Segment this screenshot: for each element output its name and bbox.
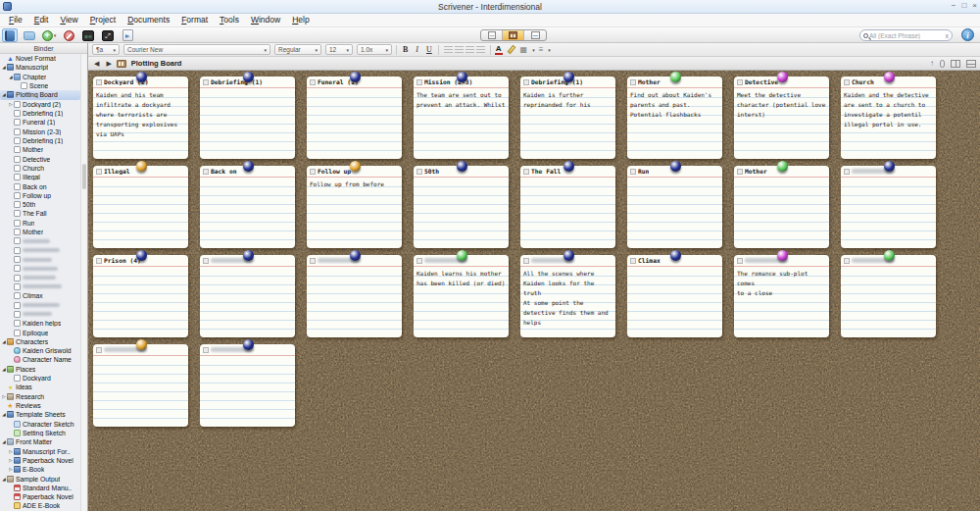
chevron-down-icon[interactable]: ▾ [532,47,535,53]
binder-item-kaiden-helps[interactable]: Kaiden helps [0,319,80,328]
binder-scrollbar-thumb[interactable] [82,164,86,189]
binder-item-50th[interactable]: 50th [0,200,80,209]
index-card-redacted[interactable] [93,344,188,427]
outliner-view-button[interactable] [524,30,546,40]
index-card-run[interactable]: Run [627,166,722,248]
line-spacing-dropdown[interactable]: 1.0x▾ [357,44,392,55]
minimize-button[interactable]: − [952,1,956,10]
italic-button[interactable]: I [414,45,420,54]
index-card-redacted[interactable] [841,166,936,248]
binder-item-research[interactable]: ▷Research [0,392,80,401]
binder-item-mission-2-3[interactable]: Mission (2-3) [0,128,80,136]
index-card-redacted[interactable] [200,255,295,337]
binder-item-manuscript[interactable]: ◢Manuscript [0,63,80,72]
binder-item-scene[interactable]: Scene [0,81,80,90]
index-card-mother[interactable]: MotherFind out about Kaiden's parents an… [627,77,722,159]
binder-toggle-button[interactable] [2,28,18,42]
binder-item-paperback-novel[interactable]: Paperback Novel [0,492,80,501]
card-checkbox-icon[interactable] [523,258,529,264]
binder-item-dockyard[interactable]: Dockyard [0,374,80,383]
index-card-dockyard-2[interactable]: Dockyard (2)Kaiden and his team infiltra… [93,77,188,159]
binder-item-template-sheets[interactable]: ◢Template Sheets [0,410,80,419]
binder-item-characters[interactable]: ◢Characters [0,337,80,346]
binder-item-plotting-board[interactable]: ◢Plotting Board [0,90,80,99]
corkboard-view-button[interactable] [503,30,524,40]
card-checkbox-icon[interactable] [310,169,316,175]
binder-item-epilogue[interactable]: Epilogue [0,328,80,336]
collections-button[interactable] [22,28,37,42]
card-checkbox-icon[interactable] [416,169,422,175]
compose-mode-button[interactable]: o-n [80,28,96,42]
menu-file[interactable]: File [3,14,28,26]
fullscreen-button[interactable]: ⤢ [100,28,116,42]
maximize-button[interactable]: □ [961,1,966,10]
binder-item-debriefing-1[interactable]: Debriefing (1) [0,136,80,145]
binder-item-redacted[interactable] [0,236,80,245]
document-view-button[interactable] [481,30,503,40]
binder-item-follow-up[interactable]: Follow up [0,191,80,200]
card-checkbox-icon[interactable] [630,258,636,264]
card-checkbox-icon[interactable] [523,169,529,175]
binder-item-novel-format[interactable]: ▲Novel Format [0,54,80,63]
align-left-icon[interactable] [444,46,453,54]
list-icon[interactable]: ≡ [539,45,544,54]
binder-item-ade-e-book[interactable]: ADE E-Book [0,501,80,510]
style-dropdown[interactable]: ¶a▾ [92,44,120,55]
binder-item-funeral-1[interactable]: Funeral (1) [0,118,80,127]
font-name-dropdown[interactable]: Courier New▾ [123,44,270,55]
card-checkbox-icon[interactable] [203,347,209,353]
card-checkbox-icon[interactable] [203,169,209,175]
binder-item-paperback-novel[interactable]: ▷Paperback Novel [0,456,80,465]
project-search-box[interactable]: x [859,29,953,41]
binder-item-mother[interactable]: Mother [0,145,80,154]
index-card-debriefing-1[interactable]: Debriefing (1) [200,77,295,159]
menu-project[interactable]: Project [84,14,122,26]
font-color-button[interactable]: A [495,45,503,55]
binder-item-church[interactable]: Church [0,164,80,173]
binder-item-chapter[interactable]: ◢Chapter [0,73,80,81]
card-checkbox-icon[interactable] [737,258,743,264]
lock-pill-icon[interactable] [940,60,945,68]
inspector-info-button[interactable]: i [961,28,974,41]
card-checkbox-icon[interactable] [203,258,209,264]
highlight-pen-icon[interactable] [507,45,515,54]
card-checkbox-icon[interactable] [844,258,850,264]
binder-item-character-name[interactable]: Character Name [0,355,80,364]
binder-item-kaiden-griswold[interactable]: Kaiden Griswold [0,346,80,355]
index-card-redacted[interactable] [307,255,402,337]
index-card-detective[interactable]: DetectiveMeet the detective character (p… [734,77,829,159]
binder-item-detective[interactable]: Detective [0,154,80,163]
index-card-debriefing-1[interactable]: Debriefing (1)Kaiden is further repriman… [520,77,615,159]
card-checkbox-icon[interactable] [630,79,636,85]
menu-view[interactable]: View [54,14,83,26]
trash-button[interactable] [61,28,76,42]
horizontal-split-icon[interactable] [966,60,976,68]
align-right-icon[interactable] [466,46,474,54]
binder-item-front-matter[interactable]: ◢Front Matter [0,437,80,446]
align-center-icon[interactable] [455,46,464,54]
font-variant-dropdown[interactable]: Regular▾ [274,44,321,55]
card-checkbox-icon[interactable] [310,79,316,85]
card-checkbox-icon[interactable] [523,79,529,85]
binder-item-manuscript-for[interactable]: ▷Manuscript For.. [0,446,80,455]
binder-item-redacted[interactable] [0,282,80,291]
binder-item-reviews[interactable]: ★Reviews [0,401,80,410]
index-card-redacted[interactable] [200,344,295,427]
binder-item-ideas[interactable]: ●Ideas [0,383,80,391]
menu-format[interactable]: Format [175,14,214,26]
chevron-down-icon[interactable]: ▾ [548,47,551,53]
binder-item-debriefing-1[interactable]: Debriefing (1) [0,109,80,118]
search-input[interactable] [869,32,938,39]
table-icon[interactable]: ▦ [520,45,528,54]
card-checkbox-icon[interactable] [96,258,102,264]
binder-item-redacted[interactable] [0,246,80,255]
menu-edit[interactable]: Edit [28,14,55,26]
index-card-mission-2-3[interactable]: Mission (2-3)The team are sent out to pr… [414,77,509,159]
card-checkbox-icon[interactable] [737,169,743,175]
binder-item-setting-sketch[interactable]: Setting Sketch [0,429,80,437]
index-card-back-on[interactable]: Back on [200,166,295,248]
binder-item-redacted[interactable] [0,274,80,282]
menu-window[interactable]: Window [245,14,286,26]
binder-item-sample-output[interactable]: ◢Sample Output [0,474,80,483]
font-size-dropdown[interactable]: 12▾ [325,44,353,55]
